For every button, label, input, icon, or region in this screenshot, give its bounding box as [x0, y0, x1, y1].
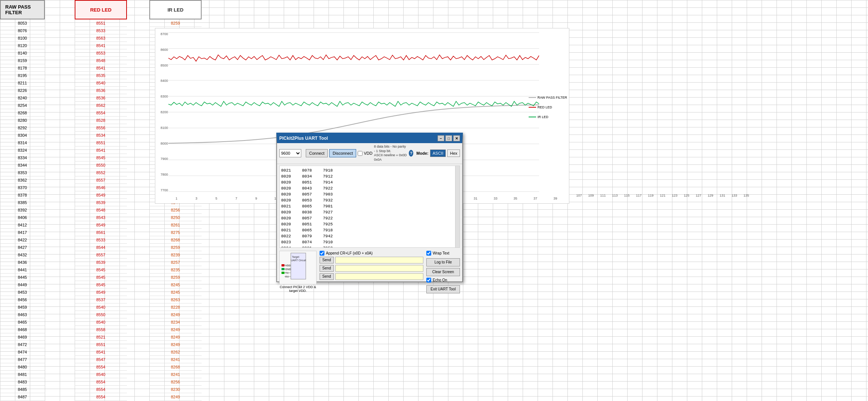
raw-data-cell: 8441	[0, 266, 45, 274]
red-data-cell: 8540	[75, 79, 127, 87]
log-to-file-button[interactable]: Log to File	[426, 258, 460, 266]
red-data-cell: 8533	[75, 27, 127, 34]
raw-data-cell: 8178	[0, 64, 45, 72]
red-data-cell: 8550	[75, 311, 127, 318]
raw-data-cell: 8254	[0, 102, 45, 109]
output-line: 802080387927	[281, 209, 458, 215]
ascii-mode-button[interactable]: ASCII	[430, 149, 446, 157]
svg-rect-16	[281, 272, 284, 274]
output-line: 802380747910	[281, 239, 458, 245]
disconnect-button[interactable]: Disconnect	[329, 149, 356, 157]
output-value: 8022	[281, 233, 296, 239]
y-axis-label: 7900	[161, 157, 168, 161]
clear-screen-button[interactable]: Clear Screen	[426, 268, 460, 276]
raw-data-cell: 8432	[0, 251, 45, 259]
legend-item: IR LED	[529, 115, 567, 119]
output-value: 8051	[302, 221, 317, 227]
extended-x-label: 131	[716, 194, 728, 197]
red-data-cell: 8552	[75, 169, 127, 176]
output-value: 8078	[302, 167, 317, 173]
ir-data-cell: 8275	[149, 229, 202, 236]
output-value: 8020	[281, 185, 296, 191]
output-line: 802080517925	[281, 221, 458, 227]
chart-legend: RAW PASS FILTERRED LEDIR LED	[529, 96, 567, 119]
raw-data-cell: 8268	[0, 109, 45, 117]
maximize-button[interactable]: □	[445, 135, 452, 141]
red-data-cell: 8544	[75, 244, 127, 251]
echo-checkbox[interactable]	[426, 278, 431, 283]
output-value: 8051	[302, 179, 317, 185]
raw-data-cell: 8053	[0, 19, 45, 27]
append-checkbox-row: Append CR+LF (x0D + x0A)	[320, 251, 423, 256]
vdd-check[interactable]	[358, 151, 363, 156]
ir-data-cell: 8239	[149, 251, 202, 259]
macro-row-3: Send	[320, 273, 423, 280]
red-data-cell: 8551	[75, 139, 127, 146]
send-button-3[interactable]: Send	[320, 273, 334, 280]
raw-data-cell: 8417	[0, 229, 45, 236]
vdd-checkbox[interactable]: VDD	[358, 151, 372, 156]
wrap-checkbox[interactable]	[426, 251, 431, 256]
send-button-2[interactable]: Send	[320, 265, 334, 272]
extended-x-label: 109	[585, 194, 597, 197]
output-scrollbar[interactable]	[455, 166, 460, 247]
ir-data-cell: 8268	[149, 236, 202, 244]
red-data-cell: 8539	[75, 259, 127, 266]
macro-input-2[interactable]	[335, 265, 423, 272]
raw-data-cell: 8487	[0, 393, 45, 401]
output-value: 7927	[323, 209, 338, 215]
extended-x-label: 129	[704, 194, 716, 197]
raw-data-cell: 8392	[0, 206, 45, 214]
output-value: 8020	[281, 191, 296, 197]
macro-input-1[interactable]	[335, 257, 423, 263]
help-icon[interactable]: ?	[409, 150, 413, 157]
append-checkbox[interactable]	[320, 251, 324, 256]
ir-data-cell: 8245	[149, 281, 202, 289]
red-data-cell: 8553	[75, 49, 127, 57]
output-line: 802080347912	[281, 173, 458, 179]
hex-mode-button[interactable]: Hex	[447, 149, 460, 157]
ir-data-cell: 8263	[149, 296, 202, 303]
y-axis-label: 7800	[161, 173, 168, 176]
raw-data-cell: 8240	[0, 94, 45, 102]
titlebar-controls: − □ ✕	[438, 135, 460, 141]
extended-x-label: 127	[693, 194, 704, 197]
red-data-col: 8551853385638541855385488541853585408536…	[75, 19, 127, 401]
close-button[interactable]: ✕	[453, 135, 460, 141]
red-data-cell: 8558	[75, 326, 127, 333]
x-axis-label: 39	[545, 197, 565, 200]
output-value: 8038	[302, 209, 317, 215]
exit-uart-button[interactable]: Exit UART Tool	[426, 285, 460, 293]
output-value: 7922	[323, 185, 338, 191]
y-axis-label: 8300	[161, 95, 168, 98]
red-data-cell: 8540	[75, 318, 127, 326]
output-value: 7942	[323, 233, 338, 239]
raw-data-cell: 8469	[0, 333, 45, 341]
minimize-button[interactable]: −	[438, 135, 444, 141]
x-axis-label: 9	[246, 197, 266, 200]
raw-data-cell: 8483	[0, 378, 45, 386]
ir-data-cell: 8250	[149, 214, 202, 221]
baud-select[interactable]: 9600 115200	[279, 149, 301, 157]
legend-label: RAW PASS FILTER	[538, 96, 567, 99]
red-data-cell: 8545	[75, 281, 127, 289]
extended-x-label: 115	[621, 194, 633, 197]
ir-data-cell: 8249	[149, 393, 202, 401]
raw-data-cell: 8159	[0, 57, 45, 64]
output-value: 8020	[281, 179, 296, 185]
raw-data-cell: 8406	[0, 214, 45, 221]
connect-button[interactable]: Connect	[306, 149, 328, 157]
red-data-cell: 8521	[75, 333, 127, 341]
output-line: 802180657918	[281, 227, 458, 233]
uart-dialog: PICkit2Plus UART Tool − □ ✕ 9600 115200 …	[276, 133, 463, 282]
y-axis-label: 8400	[161, 79, 168, 83]
x-axis-label: 3	[186, 197, 206, 200]
red-data-cell: 8541	[75, 146, 127, 154]
ir-data-cell: 8262	[149, 348, 202, 356]
vdd-label: VDD	[364, 151, 372, 155]
send-button-1[interactable]: Send	[320, 257, 334, 263]
wrap-checkbox-row: Wrap Text	[426, 251, 460, 256]
x-axis-label: 37	[525, 197, 545, 200]
macro-input-3[interactable]	[335, 273, 423, 280]
red-data-cell: 8549	[75, 191, 127, 199]
